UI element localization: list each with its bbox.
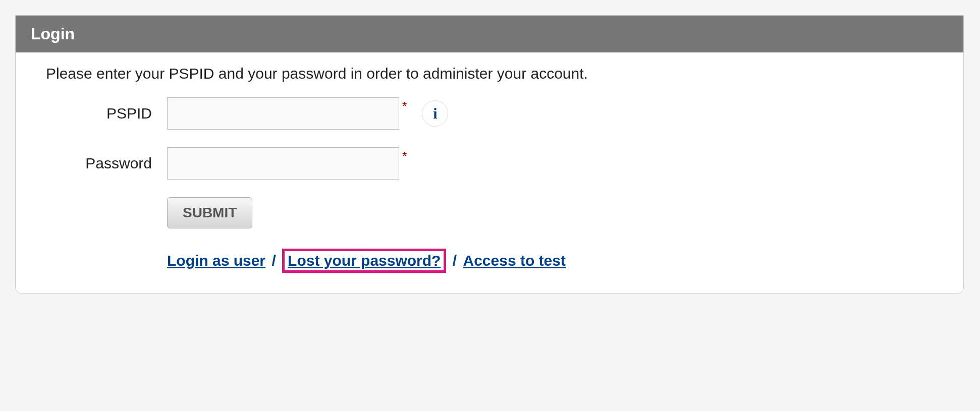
submit-button[interactable]: SUBMIT [167, 197, 252, 228]
panel-body: Please enter your PSPID and your passwor… [16, 52, 963, 293]
login-as-user-link[interactable]: Login as user [167, 252, 265, 269]
info-icon[interactable]: i [422, 100, 448, 127]
lost-password-highlight: Lost your password? [282, 249, 446, 273]
submit-row: SUBMIT [46, 197, 933, 228]
required-asterisk: * [402, 149, 407, 163]
pspid-label: PSPID [46, 105, 167, 122]
panel-title: Login [16, 16, 963, 52]
required-asterisk: * [402, 99, 407, 113]
access-to-test-link[interactable]: Access to test [463, 252, 565, 269]
separator: / [453, 252, 457, 269]
pspid-row: PSPID * i [46, 97, 933, 130]
lost-password-link[interactable]: Lost your password? [288, 252, 441, 269]
login-panel: Login Please enter your PSPID and your p… [15, 15, 964, 293]
password-label: Password [46, 155, 167, 172]
password-input[interactable] [167, 147, 399, 180]
password-row: Password * [46, 147, 933, 180]
links-row: Login as user / Lost your password? / Ac… [46, 249, 933, 273]
separator: / [271, 252, 276, 269]
instruction-text: Please enter your PSPID and your passwor… [46, 65, 933, 82]
pspid-input[interactable] [167, 97, 399, 130]
